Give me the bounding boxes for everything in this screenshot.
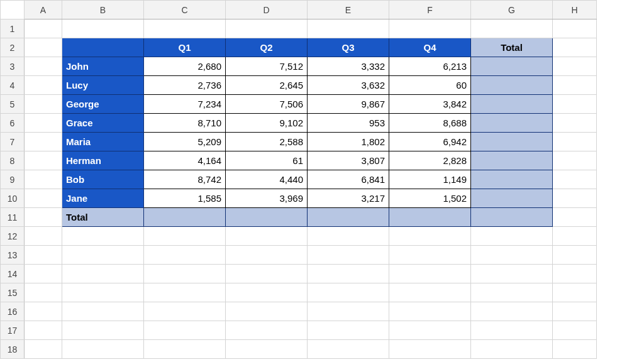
cell-F12[interactable] <box>389 227 471 246</box>
cell-C17[interactable] <box>144 321 226 340</box>
cell-C18[interactable] <box>144 340 226 359</box>
row-header-15[interactable]: 15 <box>1 283 25 302</box>
cell-G14[interactable] <box>471 265 553 283</box>
cell-B18[interactable] <box>62 340 144 359</box>
row-header-5[interactable]: 5 <box>1 95 25 114</box>
cell-A17[interactable] <box>25 321 62 340</box>
row-header-13[interactable]: 13 <box>1 246 25 265</box>
cell-E6[interactable]: 953 <box>308 114 389 133</box>
cell-G2-total-header[interactable]: Total <box>471 38 553 57</box>
cell-G10-total[interactable] <box>471 189 553 208</box>
cell-H11[interactable] <box>553 208 597 227</box>
cell-H18[interactable] <box>553 340 597 359</box>
cell-B6-name[interactable]: Grace <box>62 114 144 133</box>
cell-D1[interactable] <box>226 19 308 38</box>
cell-B15[interactable] <box>62 283 144 302</box>
cell-H10[interactable] <box>553 189 597 208</box>
cell-F8[interactable]: 2,828 <box>389 151 471 170</box>
cell-C1[interactable] <box>144 19 226 38</box>
cell-E3[interactable]: 3,332 <box>308 57 389 76</box>
cell-B5-name[interactable]: George <box>62 95 144 114</box>
cell-B11-total-label[interactable]: Total <box>62 208 144 227</box>
row-header-9[interactable]: 9 <box>1 170 25 189</box>
cell-B3-name[interactable]: John <box>62 57 144 76</box>
cell-F17[interactable] <box>389 321 471 340</box>
cell-E11-total[interactable] <box>308 208 389 227</box>
cell-G16[interactable] <box>471 302 553 321</box>
col-header-C[interactable]: C <box>144 1 226 19</box>
col-header-G[interactable]: G <box>471 1 553 19</box>
row-header-17[interactable]: 17 <box>1 321 25 340</box>
spreadsheet-grid[interactable]: A B C D E F G H 1 2 Q1 Q2 Q3 Q4 Total 3 … <box>0 0 597 359</box>
cell-E8[interactable]: 3,807 <box>308 151 389 170</box>
cell-C7[interactable]: 5,209 <box>144 133 226 151</box>
col-header-D[interactable]: D <box>226 1 308 19</box>
row-header-10[interactable]: 10 <box>1 189 25 208</box>
cell-E18[interactable] <box>308 340 389 359</box>
cell-D3[interactable]: 7,512 <box>226 57 308 76</box>
col-header-A[interactable]: A <box>25 1 62 19</box>
cell-G3-total[interactable] <box>471 57 553 76</box>
cell-A8[interactable] <box>25 151 62 170</box>
cell-C16[interactable] <box>144 302 226 321</box>
cell-E1[interactable] <box>308 19 389 38</box>
row-header-2[interactable]: 2 <box>1 38 25 57</box>
cell-A6[interactable] <box>25 114 62 133</box>
cell-D11-total[interactable] <box>226 208 308 227</box>
cell-F10[interactable]: 1,502 <box>389 189 471 208</box>
cell-C3[interactable]: 2,680 <box>144 57 226 76</box>
cell-G17[interactable] <box>471 321 553 340</box>
cell-H15[interactable] <box>553 283 597 302</box>
cell-B14[interactable] <box>62 265 144 283</box>
col-header-B[interactable]: B <box>62 1 144 19</box>
cell-F1[interactable] <box>389 19 471 38</box>
cell-C11-total[interactable] <box>144 208 226 227</box>
cell-B2[interactable] <box>62 38 144 57</box>
cell-C10[interactable]: 1,585 <box>144 189 226 208</box>
cell-D5[interactable]: 7,506 <box>226 95 308 114</box>
cell-C5[interactable]: 7,234 <box>144 95 226 114</box>
select-all-corner[interactable] <box>1 1 25 19</box>
cell-A10[interactable] <box>25 189 62 208</box>
cell-H13[interactable] <box>553 246 597 265</box>
cell-D2-q2-header[interactable]: Q2 <box>226 38 308 57</box>
row-header-8[interactable]: 8 <box>1 151 25 170</box>
cell-D17[interactable] <box>226 321 308 340</box>
cell-D6[interactable]: 9,102 <box>226 114 308 133</box>
cell-G6-total[interactable] <box>471 114 553 133</box>
cell-C4[interactable]: 2,736 <box>144 76 226 95</box>
cell-A18[interactable] <box>25 340 62 359</box>
cell-D4[interactable]: 2,645 <box>226 76 308 95</box>
cell-D13[interactable] <box>226 246 308 265</box>
cell-F7[interactable]: 6,942 <box>389 133 471 151</box>
cell-H8[interactable] <box>553 151 597 170</box>
cell-E13[interactable] <box>308 246 389 265</box>
cell-B12[interactable] <box>62 227 144 246</box>
cell-H7[interactable] <box>553 133 597 151</box>
cell-G18[interactable] <box>471 340 553 359</box>
cell-H9[interactable] <box>553 170 597 189</box>
cell-B10-name[interactable]: Jane <box>62 189 144 208</box>
cell-H1[interactable] <box>553 19 597 38</box>
cell-H14[interactable] <box>553 265 597 283</box>
cell-A3[interactable] <box>25 57 62 76</box>
cell-G11-total[interactable] <box>471 208 553 227</box>
cell-G9-total[interactable] <box>471 170 553 189</box>
cell-D18[interactable] <box>226 340 308 359</box>
cell-B7-name[interactable]: Maria <box>62 133 144 151</box>
cell-D15[interactable] <box>226 283 308 302</box>
cell-B4-name[interactable]: Lucy <box>62 76 144 95</box>
cell-A14[interactable] <box>25 265 62 283</box>
cell-G13[interactable] <box>471 246 553 265</box>
cell-G5-total[interactable] <box>471 95 553 114</box>
row-header-7[interactable]: 7 <box>1 133 25 151</box>
cell-H5[interactable] <box>553 95 597 114</box>
cell-A12[interactable] <box>25 227 62 246</box>
cell-E4[interactable]: 3,632 <box>308 76 389 95</box>
cell-A9[interactable] <box>25 170 62 189</box>
row-header-14[interactable]: 14 <box>1 265 25 283</box>
cell-H6[interactable] <box>553 114 597 133</box>
cell-G15[interactable] <box>471 283 553 302</box>
cell-D14[interactable] <box>226 265 308 283</box>
cell-A16[interactable] <box>25 302 62 321</box>
